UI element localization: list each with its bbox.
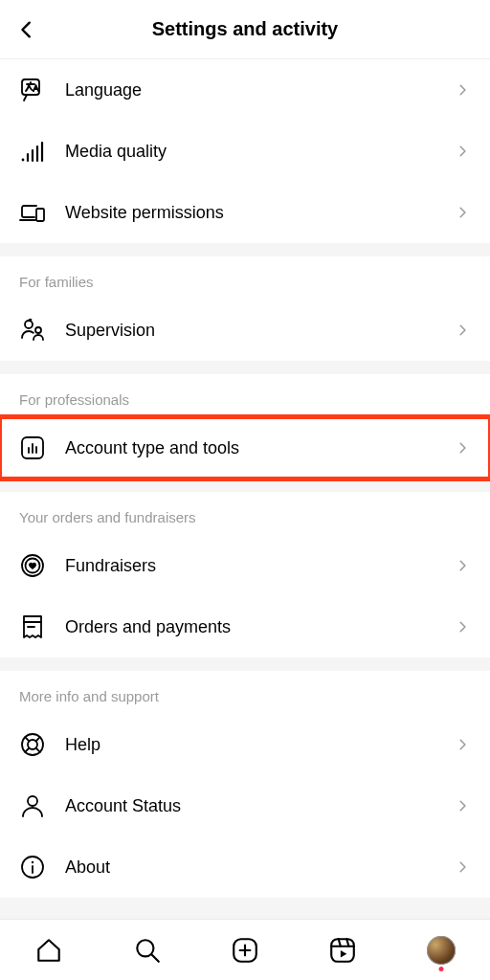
row-fundraisers[interactable]: Fundraisers: [0, 535, 490, 596]
row-website-permissions[interactable]: Website permissions: [0, 182, 490, 243]
svg-line-35: [339, 939, 341, 947]
section-heading: For professionals: [0, 374, 490, 417]
header: Settings and activity: [0, 0, 490, 59]
chevron-right-icon: [454, 145, 471, 158]
devices-icon: [19, 199, 46, 226]
row-label: Website permissions: [65, 203, 454, 223]
chevron-right-icon: [454, 559, 471, 572]
notification-dot: [438, 967, 443, 971]
chevron-right-icon: [454, 83, 471, 97]
language-icon: [19, 77, 46, 103]
row-label: Media quality: [65, 142, 454, 162]
section-more: More info and support Help: [0, 671, 490, 898]
bottom-nav: [0, 919, 490, 980]
row-label: Orders and payments: [65, 617, 454, 637]
row-about[interactable]: About: [0, 836, 490, 898]
svg-line-20: [25, 737, 29, 741]
reels-icon: [328, 936, 357, 965]
section-families: For families Supervision: [0, 256, 490, 361]
svg-point-26: [32, 861, 33, 863]
chevron-right-icon: [454, 738, 471, 751]
svg-line-29: [151, 954, 159, 962]
svg-line-36: [347, 939, 349, 947]
nav-create[interactable]: [226, 931, 264, 969]
section-general: Language Media quality: [0, 59, 490, 243]
signal-bars-icon: [19, 138, 46, 165]
row-label: Language: [65, 80, 454, 100]
lifebuoy-icon: [19, 731, 46, 758]
chart-square-icon: [19, 434, 46, 461]
avatar-icon: [427, 936, 456, 965]
supervision-icon: [19, 317, 46, 344]
row-account-type-tools[interactable]: Account type and tools: [0, 417, 490, 479]
person-icon: [19, 792, 46, 819]
svg-rect-7: [36, 209, 44, 221]
page-title: Settings and activity: [0, 18, 490, 40]
svg-line-22: [36, 737, 40, 741]
settings-screen: Settings and activity Language: [0, 0, 490, 980]
row-label: Fundraisers: [65, 556, 454, 576]
search-icon: [133, 936, 162, 965]
section-heading: More info and support: [0, 671, 490, 714]
section-orders: Your orders and fundraisers Fundraisers: [0, 492, 490, 657]
row-label: Account Status: [65, 796, 454, 816]
row-orders-payments[interactable]: Orders and payments: [0, 596, 490, 657]
svg-point-8: [25, 321, 33, 328]
row-supervision[interactable]: Supervision: [0, 300, 490, 361]
section-professionals: For professionals Account type and tools: [0, 374, 490, 479]
chevron-right-icon: [454, 323, 471, 337]
svg-point-24: [28, 796, 37, 806]
svg-rect-33: [332, 939, 355, 962]
chevron-left-icon: [16, 19, 37, 40]
chevron-right-icon: [454, 206, 471, 219]
section-heading: Your orders and fundraisers: [0, 492, 490, 535]
row-label: Account type and tools: [65, 438, 454, 458]
nav-reels[interactable]: [323, 931, 362, 969]
row-label: Help: [65, 735, 454, 755]
back-button[interactable]: [8, 0, 46, 58]
svg-line-21: [36, 748, 40, 752]
svg-point-9: [35, 327, 41, 333]
svg-line-23: [25, 748, 29, 752]
row-label: About: [65, 858, 454, 878]
heart-circle-icon: [19, 552, 46, 579]
row-account-status[interactable]: Account Status: [0, 775, 490, 836]
info-circle-icon: [19, 854, 46, 880]
row-label: Supervision: [65, 321, 454, 341]
row-media-quality[interactable]: Media quality: [0, 121, 490, 182]
receipt-icon: [19, 613, 46, 640]
nav-profile[interactable]: [422, 931, 460, 969]
nav-search[interactable]: [128, 931, 167, 969]
plus-square-icon: [231, 936, 259, 965]
chevron-right-icon: [454, 620, 471, 634]
chevron-right-icon: [454, 441, 471, 455]
chevron-right-icon: [454, 799, 471, 813]
svg-point-1: [22, 159, 25, 162]
home-icon: [34, 936, 63, 965]
section-heading: For families: [0, 256, 490, 300]
content: Language Media quality: [0, 59, 490, 919]
row-language[interactable]: Language: [0, 59, 490, 121]
nav-home[interactable]: [30, 931, 68, 969]
row-help[interactable]: Help: [0, 714, 490, 775]
chevron-right-icon: [454, 860, 471, 874]
